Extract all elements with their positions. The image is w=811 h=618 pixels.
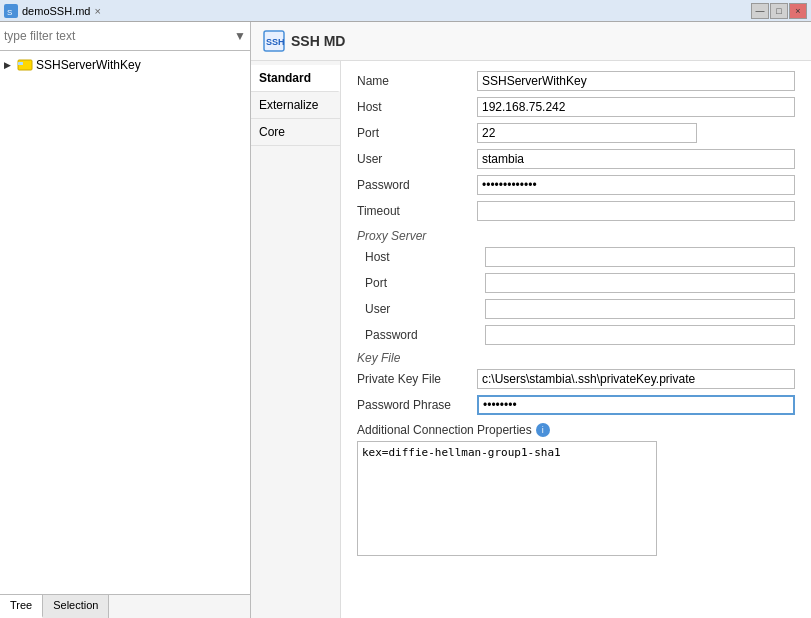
host-row: Host — [357, 97, 795, 117]
proxy-host-label: Host — [365, 250, 485, 264]
tab-close-icon[interactable]: × — [94, 5, 100, 17]
tab-tree[interactable]: Tree — [0, 595, 43, 618]
title-bar: S demoSSH.md × — □ × — [0, 0, 811, 22]
close-button[interactable]: × — [789, 3, 807, 19]
proxy-user-row: User — [365, 299, 795, 319]
tree-item-label: SSHServerWithKey — [36, 58, 141, 72]
tab-label[interactable]: demoSSH.md — [22, 5, 90, 17]
password-phrase-label: Password Phrase — [357, 398, 477, 412]
tree-arrow-icon: ▶ — [4, 60, 14, 70]
port-row: Port — [357, 123, 795, 143]
tab-selection[interactable]: Selection — [43, 595, 109, 618]
right-content: Standard Externalize Core Name Host — [251, 61, 811, 618]
title-bar-left: S demoSSH.md × — [4, 4, 101, 18]
password-row: Password — [357, 175, 795, 195]
password-input[interactable] — [477, 175, 795, 195]
password-phrase-input[interactable] — [477, 395, 795, 415]
right-header-title: SSH MD — [291, 33, 345, 49]
ssh-header-icon: SSH — [263, 30, 285, 52]
proxy-port-row: Port — [365, 273, 795, 293]
tab-externalize[interactable]: Externalize — [251, 92, 340, 119]
proxy-host-row: Host — [365, 247, 795, 267]
name-label: Name — [357, 74, 477, 88]
key-section: Private Key File Password Phrase — [357, 369, 795, 415]
password-phrase-row: Password Phrase — [357, 395, 795, 415]
host-label: Host — [357, 100, 477, 114]
svg-text:S: S — [7, 8, 12, 16]
additional-section: Additional Connection Properties i kex=d… — [357, 423, 795, 559]
user-input[interactable] — [477, 149, 795, 169]
filter-icon[interactable]: ▼ — [234, 29, 246, 43]
additional-label: Additional Connection Properties — [357, 423, 532, 437]
proxy-port-label: Port — [365, 276, 485, 290]
minimize-button[interactable]: — — [751, 3, 769, 19]
key-file-section-label: Key File — [357, 351, 795, 365]
search-input[interactable] — [4, 29, 234, 43]
timeout-label: Timeout — [357, 204, 477, 218]
proxy-port-input[interactable] — [485, 273, 795, 293]
proxy-user-input[interactable] — [485, 299, 795, 319]
info-icon[interactable]: i — [536, 423, 550, 437]
tree-node-icon — [17, 57, 33, 73]
bottom-tabs: Tree Selection — [0, 594, 250, 618]
svg-text:SSH: SSH — [266, 37, 285, 47]
name-row: Name — [357, 71, 795, 91]
proxy-password-row: Password — [365, 325, 795, 345]
tree-area: ▶ SSHServerWithKey — [0, 51, 250, 594]
user-row: User — [357, 149, 795, 169]
proxy-password-label: Password — [365, 328, 485, 342]
window-controls: — □ × — [751, 3, 807, 19]
right-panel: SSH SSH MD Standard Externalize Core Nam… — [251, 22, 811, 618]
tab-standard[interactable]: Standard — [251, 65, 340, 92]
additional-header: Additional Connection Properties i — [357, 423, 795, 437]
right-header: SSH SSH MD — [251, 22, 811, 61]
private-key-row: Private Key File — [357, 369, 795, 389]
password-label: Password — [357, 178, 477, 192]
side-tabs: Standard Externalize Core — [251, 61, 341, 618]
proxy-section-label: Proxy Server — [357, 229, 795, 243]
content-area: ▼ ▶ SSHServerWithKey Tree Selection — [0, 22, 811, 618]
host-input[interactable] — [477, 97, 795, 117]
proxy-user-label: User — [365, 302, 485, 316]
user-label: User — [357, 152, 477, 166]
private-key-label: Private Key File — [357, 372, 477, 386]
proxy-host-input[interactable] — [485, 247, 795, 267]
name-input[interactable] — [477, 71, 795, 91]
additional-textarea[interactable]: kex=diffie-hellman-group1-sha1 — [357, 441, 657, 556]
tree-item[interactable]: ▶ SSHServerWithKey — [0, 55, 250, 75]
tab-icon: S — [4, 4, 18, 18]
maximize-button[interactable]: □ — [770, 3, 788, 19]
private-key-input[interactable] — [477, 369, 795, 389]
port-label: Port — [357, 126, 477, 140]
proxy-section: Host Port User Password — [365, 247, 795, 345]
port-input[interactable] — [477, 123, 697, 143]
search-bar: ▼ — [0, 22, 250, 51]
timeout-row: Timeout — [357, 201, 795, 221]
left-panel: ▼ ▶ SSHServerWithKey Tree Selection — [0, 22, 251, 618]
svg-rect-3 — [18, 62, 23, 65]
form-area: Name Host Port User — [341, 61, 811, 618]
main-container: ▼ ▶ SSHServerWithKey Tree Selection — [0, 22, 811, 618]
proxy-password-input[interactable] — [485, 325, 795, 345]
tab-core[interactable]: Core — [251, 119, 340, 146]
timeout-input[interactable] — [477, 201, 795, 221]
